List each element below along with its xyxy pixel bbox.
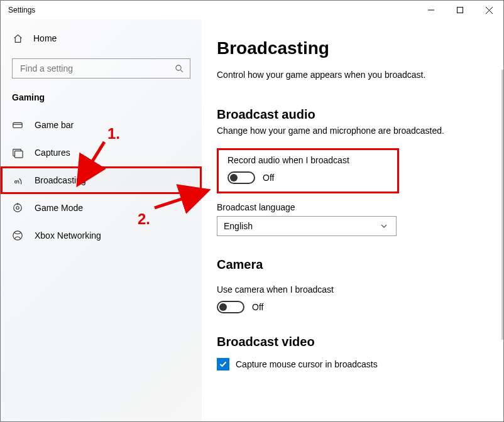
page-title: Broadcasting	[217, 38, 491, 58]
main-panel: Broadcasting Control how your game appea…	[202, 19, 503, 421]
sidebar-item-game-bar[interactable]: Game bar	[1, 111, 202, 139]
sidebar-item-label: Xbox Networking	[35, 230, 101, 241]
svg-point-11	[14, 204, 22, 212]
sidebar-item-captures[interactable]: Captures	[1, 139, 202, 166]
broadcasting-icon	[12, 175, 23, 186]
sidebar-item-game-mode[interactable]: Game Mode	[1, 194, 202, 222]
camera-heading: Camera	[217, 257, 491, 272]
use-camera-state: Off	[252, 302, 263, 312]
sidebar-item-broadcasting[interactable]: Broadcasting	[1, 166, 202, 194]
game-bar-icon	[12, 119, 23, 131]
settings-window: Settings Home	[0, 0, 504, 422]
svg-point-10	[15, 181, 18, 183]
broadcast-language-select[interactable]: English	[217, 216, 397, 236]
home-icon	[12, 33, 23, 44]
use-camera-toggle[interactable]	[217, 301, 244, 313]
sidebar: Home Gaming Game bar	[1, 19, 202, 421]
close-button[interactable]	[474, 1, 503, 19]
svg-rect-9	[15, 151, 23, 158]
record-audio-state: Off	[263, 173, 274, 183]
svg-point-12	[16, 207, 19, 210]
maximize-button[interactable]	[446, 1, 474, 19]
use-camera-label: Use camera when I broadcast	[217, 284, 491, 295]
titlebar: Settings	[1, 1, 503, 19]
game-mode-icon	[12, 202, 23, 214]
search-box[interactable]	[12, 58, 190, 78]
page-description: Control how your game appears when you b…	[217, 70, 491, 80]
window-title: Settings	[8, 6, 35, 14]
chevron-down-icon	[378, 220, 390, 232]
sidebar-section-label: Gaming	[1, 90, 202, 111]
svg-point-14	[13, 231, 22, 240]
home-link[interactable]: Home	[1, 27, 202, 50]
svg-line-5	[180, 70, 182, 72]
broadcast-video-heading: Broadcast video	[217, 335, 491, 349]
record-audio-group: Record audio when I broadcast Off	[217, 148, 399, 193]
capture-cursor-label: Capture mouse cursor in broadcasts	[236, 359, 378, 369]
minimize-button[interactable]	[417, 1, 446, 19]
search-icon	[173, 63, 185, 74]
search-input[interactable]	[19, 63, 173, 74]
broadcast-audio-description: Change how your game and microphone are …	[217, 126, 491, 136]
sidebar-item-xbox-networking[interactable]: Xbox Networking	[1, 222, 202, 249]
content-area: Home Gaming Game bar	[1, 19, 503, 421]
svg-point-4	[175, 65, 180, 70]
captures-icon	[12, 147, 23, 158]
svg-rect-1	[457, 8, 463, 13]
sidebar-item-label: Broadcasting	[35, 175, 86, 185]
xbox-icon	[12, 230, 23, 241]
capture-cursor-checkbox[interactable]	[217, 358, 229, 371]
sidebar-item-label: Game bar	[35, 120, 74, 130]
svg-rect-6	[13, 122, 22, 127]
broadcast-audio-heading: Broadcast audio	[217, 107, 491, 122]
broadcast-language-value: English	[224, 221, 253, 231]
home-label: Home	[33, 33, 57, 43]
record-audio-toggle[interactable]	[227, 171, 255, 184]
sidebar-item-label: Game Mode	[35, 203, 83, 213]
broadcast-language-label: Broadcast language	[217, 202, 491, 212]
record-audio-label: Record audio when I broadcast	[227, 155, 388, 165]
sidebar-item-label: Captures	[35, 148, 70, 158]
